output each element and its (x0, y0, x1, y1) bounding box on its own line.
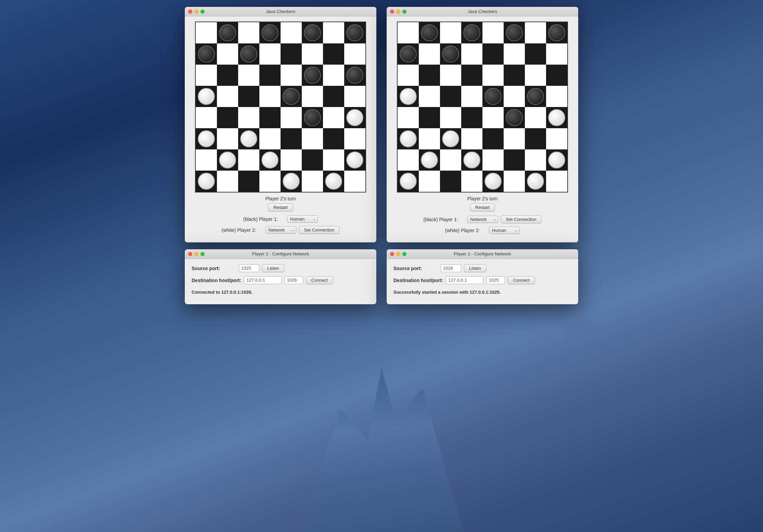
player2-select-wrapper-2[interactable]: Human Network Computer (489, 227, 520, 234)
restart-button-2[interactable]: Restart (470, 203, 495, 211)
player1-select-wrapper-1[interactable]: Human Network Computer (287, 215, 318, 223)
black-piece[interactable] (484, 88, 502, 105)
cell-2-0[interactable] (196, 65, 217, 86)
cell-1-3[interactable] (461, 43, 482, 65)
cell-0-1[interactable] (419, 22, 440, 43)
cell-0-6[interactable] (525, 22, 546, 43)
cell-7-5[interactable] (504, 171, 525, 192)
black-piece[interactable] (304, 67, 321, 84)
cell-1-2[interactable] (440, 43, 461, 65)
cell-7-7[interactable] (344, 171, 365, 192)
cell-7-4[interactable] (482, 171, 504, 192)
cell-6-7[interactable] (546, 149, 567, 171)
black-piece[interactable] (283, 88, 300, 105)
cell-4-0[interactable] (196, 107, 217, 128)
close-button-2[interactable] (390, 10, 394, 14)
cell-4-6[interactable] (323, 107, 344, 128)
network-maximize-1[interactable] (201, 252, 205, 256)
cell-7-3[interactable] (461, 171, 482, 192)
black-piece[interactable] (527, 88, 544, 105)
cell-1-1[interactable] (217, 43, 238, 65)
white-piece[interactable] (346, 151, 363, 169)
cell-2-7[interactable] (344, 65, 365, 86)
cell-4-3[interactable] (461, 107, 482, 128)
cell-0-6[interactable] (323, 22, 344, 43)
white-piece[interactable] (484, 173, 502, 190)
listen-button-2[interactable]: Listen (464, 264, 486, 272)
cell-3-1[interactable] (217, 86, 238, 107)
cell-1-4[interactable] (482, 43, 504, 65)
cell-5-2[interactable] (440, 128, 461, 149)
cell-3-1[interactable] (419, 86, 440, 107)
cell-7-6[interactable] (323, 171, 344, 192)
cell-5-4[interactable] (482, 128, 504, 149)
cell-2-2[interactable] (238, 65, 259, 86)
cell-0-0[interactable] (196, 22, 217, 43)
black-piece[interactable] (240, 45, 257, 63)
cell-4-1[interactable] (217, 107, 238, 128)
cell-1-5[interactable] (504, 43, 525, 65)
network-traffic-lights-1[interactable] (188, 252, 205, 256)
white-piece[interactable] (219, 151, 236, 169)
cell-2-3[interactable] (259, 65, 281, 86)
cell-4-2[interactable] (440, 107, 461, 128)
cell-5-7[interactable] (546, 128, 567, 149)
cell-6-4[interactable] (281, 149, 302, 171)
white-piece[interactable] (548, 109, 565, 126)
white-piece[interactable] (548, 151, 565, 169)
cell-2-4[interactable] (482, 65, 504, 86)
network-minimize-2[interactable] (396, 252, 400, 256)
cell-5-4[interactable] (281, 128, 302, 149)
cell-2-0[interactable] (398, 65, 419, 86)
cell-0-5[interactable] (504, 22, 525, 43)
cell-2-1[interactable] (217, 65, 238, 86)
cell-2-3[interactable] (461, 65, 482, 86)
network-traffic-lights-2[interactable] (390, 252, 406, 256)
player2-select-1[interactable]: Human Network Computer (266, 226, 296, 234)
restart-button-1[interactable]: Restart (268, 203, 293, 211)
cell-4-5[interactable] (302, 107, 323, 128)
cell-3-5[interactable] (504, 86, 525, 107)
network-maximize-2[interactable] (402, 252, 406, 256)
white-piece[interactable] (346, 109, 363, 126)
cell-6-5[interactable] (302, 149, 323, 171)
player1-select-2[interactable]: Human Network Computer (467, 216, 498, 223)
black-piece[interactable] (304, 109, 321, 126)
white-piece[interactable] (400, 173, 417, 190)
cell-2-5[interactable] (302, 65, 323, 86)
cell-6-7[interactable] (344, 149, 365, 171)
cell-3-6[interactable] (323, 86, 344, 107)
traffic-lights-1[interactable] (188, 10, 205, 14)
cell-0-0[interactable] (398, 22, 419, 43)
cell-6-3[interactable] (461, 149, 482, 171)
cell-5-0[interactable] (196, 128, 217, 149)
cell-0-5[interactable] (302, 22, 323, 43)
cell-0-4[interactable] (482, 22, 504, 43)
cell-3-2[interactable] (440, 86, 461, 107)
white-piece[interactable] (198, 88, 215, 105)
cell-6-4[interactable] (482, 149, 504, 171)
cell-3-5[interactable] (302, 86, 323, 107)
black-piece[interactable] (304, 24, 321, 41)
cell-0-2[interactable] (440, 22, 461, 43)
cell-1-6[interactable] (323, 43, 344, 65)
cell-2-5[interactable] (504, 65, 525, 86)
cell-1-7[interactable] (344, 43, 365, 65)
dest-host-input-1[interactable] (244, 276, 282, 284)
network-close-1[interactable] (188, 252, 192, 256)
player1-select-1[interactable]: Human Network Computer (287, 215, 318, 223)
cell-6-1[interactable] (217, 149, 238, 171)
cell-7-1[interactable] (419, 171, 440, 192)
cell-7-5[interactable] (302, 171, 323, 192)
cell-7-2[interactable] (238, 171, 259, 192)
cell-0-7[interactable] (344, 22, 365, 43)
cell-4-5[interactable] (504, 107, 525, 128)
dest-host-input-2[interactable] (446, 276, 483, 284)
cell-5-6[interactable] (525, 128, 546, 149)
cell-4-4[interactable] (482, 107, 504, 128)
cell-4-0[interactable] (398, 107, 419, 128)
cell-4-4[interactable] (281, 107, 302, 128)
dest-port-input-2[interactable] (486, 276, 505, 284)
player2-select-2[interactable]: Human Network Computer (489, 227, 520, 234)
cell-6-1[interactable] (419, 149, 440, 171)
